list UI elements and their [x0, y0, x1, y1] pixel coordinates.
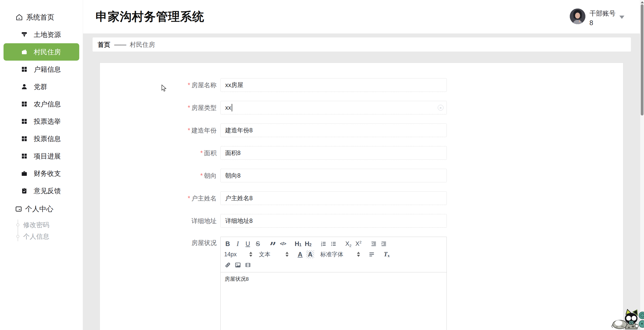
- breadcrumb-current: 村民住房: [130, 40, 155, 49]
- required-asterisk: *: [188, 195, 190, 202]
- sidebar-item-land-resources[interactable]: 土地资源: [0, 26, 83, 43]
- text-color-button[interactable]: A: [295, 250, 305, 259]
- avatar[interactable]: [570, 9, 585, 24]
- sidebar-item-villager-housing[interactable]: 村民住房: [4, 43, 79, 61]
- stepper-arrows-icon: [286, 252, 289, 257]
- house-type-input[interactable]: xx×: [220, 101, 447, 114]
- subscript-button[interactable]: X2: [343, 239, 353, 249]
- text-style-picker[interactable]: 文本: [259, 250, 289, 259]
- field-label: *建造年份: [100, 126, 220, 135]
- background-color-button[interactable]: A: [305, 250, 315, 259]
- input-value: xx房屋: [225, 81, 243, 89]
- sidebar-item-label: 党群: [34, 82, 47, 91]
- sidebar-item-personal-info[interactable]: 个人信息: [0, 231, 83, 242]
- house-name-input[interactable]: xx房屋: [220, 78, 447, 92]
- superscript-button[interactable]: X2: [353, 239, 364, 249]
- link-button[interactable]: [223, 260, 233, 270]
- italic-button[interactable]: I: [233, 239, 243, 249]
- address-input[interactable]: 详细地址8: [220, 214, 447, 228]
- sidebar-item-vote-election[interactable]: 投票选举: [0, 113, 83, 130]
- field-label: *房屋类型: [100, 104, 220, 112]
- required-asterisk: *: [188, 81, 190, 89]
- indent-button[interactable]: [379, 239, 389, 249]
- wallet-icon: [21, 49, 28, 56]
- sidebar-item-label: 项目进展: [34, 152, 61, 161]
- strikethrough-button[interactable]: S: [253, 239, 263, 249]
- clear-icon[interactable]: ×: [438, 105, 444, 111]
- grid-icon: [21, 153, 28, 160]
- owner-name-input[interactable]: 户主姓名8: [220, 191, 447, 205]
- input-value: 详细地址8: [225, 217, 253, 225]
- underline-button[interactable]: U: [243, 239, 253, 249]
- header-2-button[interactable]: H2: [303, 239, 313, 249]
- header-1-button[interactable]: H1: [293, 239, 303, 249]
- grid-icon: [21, 135, 28, 142]
- sidebar: 系统首页土地资源村民住房户籍信息党群农户信息投票选举投票信息项目进展财务收支意见…: [0, 0, 83, 330]
- funnel-icon: [21, 31, 28, 38]
- form-row: *房屋名称xx房屋: [100, 78, 623, 92]
- breadcrumb-separator: ——: [114, 41, 126, 48]
- housing-form: *房屋名称xx房屋*房屋类型xx×*建造年份建造年份8*面积面积8*朝向朝向8*…: [100, 63, 623, 330]
- ordered-list-button[interactable]: [318, 239, 328, 249]
- orientation-input[interactable]: 朝向8: [220, 169, 447, 182]
- align-button[interactable]: [367, 250, 377, 259]
- scrollbar[interactable]: [640, 0, 644, 330]
- field-label: 详细地址: [100, 217, 220, 225]
- sidebar-item-vote-info[interactable]: 投票信息: [0, 130, 83, 147]
- sidebar-item-party-groups[interactable]: 党群: [0, 78, 83, 95]
- sidebar-item-farmer-info[interactable]: 农户信息: [0, 95, 83, 113]
- font-family-picker[interactable]: 标准字体: [320, 250, 360, 259]
- required-asterisk: *: [188, 127, 190, 134]
- sidebar-nav: 系统首页土地资源村民住房户籍信息党群农户信息投票选举投票信息项目进展财务收支意见…: [0, 9, 83, 199]
- outdent-button[interactable]: [369, 239, 379, 249]
- clear-format-button[interactable]: Tx: [382, 250, 392, 259]
- editor-toolbar: B I U S ” </> H1 H2: [221, 237, 447, 272]
- sidebar-item-project-progress[interactable]: 项目进展: [0, 147, 83, 165]
- editor-content[interactable]: 房屋状况8: [221, 272, 447, 330]
- text-caret: [232, 104, 232, 111]
- form-row: *户主姓名户主姓名8: [100, 191, 623, 205]
- content-card: *房屋名称xx房屋*房屋类型xx×*建造年份建造年份8*面积面积8*朝向朝向8*…: [100, 63, 623, 330]
- bold-button[interactable]: B: [223, 239, 233, 249]
- required-asterisk: *: [200, 149, 203, 156]
- image-button[interactable]: [233, 260, 243, 270]
- field-label: *面积: [100, 149, 220, 157]
- sidebar-submenu: 修改密码个人信息: [0, 219, 83, 242]
- sidebar-item-feedback[interactable]: 意见反馈: [0, 182, 83, 199]
- sidebar-item-home[interactable]: 系统首页: [0, 9, 83, 26]
- field-label: *房屋名称: [100, 81, 220, 89]
- scrollbar-thumb[interactable]: [641, 4, 643, 115]
- font-size-picker[interactable]: 14px: [224, 250, 252, 259]
- chevron-down-icon[interactable]: [619, 16, 624, 19]
- bullet-list-button[interactable]: [328, 239, 338, 249]
- input-value: 面积8: [225, 149, 240, 157]
- stepper-arrows-icon: [357, 252, 360, 257]
- build-year-input[interactable]: 建造年份8: [220, 123, 447, 137]
- clipboard-icon: [21, 187, 28, 194]
- user-icon: [21, 83, 28, 90]
- form-row: 房屋状况 B I U S ” </>: [100, 237, 623, 330]
- rich-text-editor: B I U S ” </> H1 H2: [220, 237, 447, 330]
- grid-icon: [21, 118, 28, 125]
- area-input[interactable]: 面积8: [220, 146, 447, 160]
- video-button[interactable]: [243, 260, 253, 270]
- pet-widget[interactable]: [611, 308, 644, 330]
- card-icon: [15, 205, 22, 213]
- sidebar-item-label: 投票信息: [34, 134, 61, 143]
- scroll-up-icon[interactable]: [641, 1, 644, 3]
- sidebar-item-profile-center[interactable]: 个人中心: [0, 201, 83, 217]
- blockquote-button[interactable]: ”: [268, 239, 278, 249]
- sidebar-item-label: 个人中心: [25, 204, 53, 214]
- field-label: *户主姓名: [100, 194, 220, 202]
- user-role: 干部账号: [589, 9, 616, 18]
- stepper-arrows-icon: [249, 252, 252, 257]
- grid-icon: [21, 101, 28, 108]
- sidebar-item-change-password[interactable]: 修改密码: [0, 219, 83, 231]
- code-block-button[interactable]: </>: [278, 239, 288, 249]
- form-row: *朝向朝向8: [100, 169, 623, 182]
- user-menu[interactable]: 干部账号 8: [570, 8, 638, 28]
- sidebar-item-household-registry[interactable]: 户籍信息: [0, 61, 83, 78]
- sidebar-item-finance[interactable]: 财务收支: [0, 165, 83, 182]
- required-asterisk: *: [188, 104, 190, 111]
- breadcrumb-home[interactable]: 首页: [98, 40, 110, 49]
